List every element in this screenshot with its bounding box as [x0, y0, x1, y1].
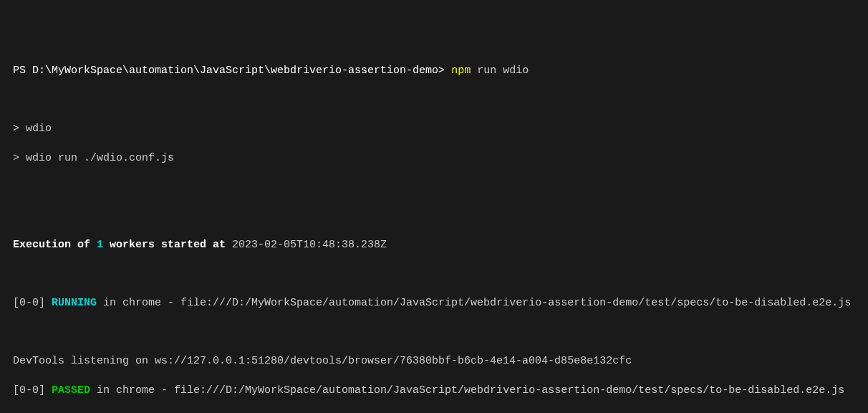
ps-label: PS — [13, 65, 32, 77]
worker-running: [0-0] RUNNING in chrome - file:///D:/MyW… — [13, 296, 855, 310]
blank-line — [13, 180, 855, 194]
worker-id: [0-0] — [13, 384, 52, 397]
worker-id: [0-0] — [13, 297, 52, 309]
execution-header: Execution of 1 workers started at 2023-0… — [13, 238, 855, 252]
passed-file: in chrome - file:///D:/MyWorkSpace/autom… — [90, 384, 844, 397]
devtools-listening: DevTools listening on ws://127.0.0.1:512… — [13, 354, 855, 369]
cwd-path: D:\MyWorkSpace\automation\JavaScript\web… — [32, 65, 451, 77]
running-status: RUNNING — [52, 297, 97, 309]
cmd-npm: npm — [451, 65, 471, 77]
worker-passed: [0-0] PASSED in chrome - file:///D:/MyWo… — [13, 384, 855, 398]
blank-line — [13, 93, 855, 108]
script-echo-1: > wdio — [13, 122, 855, 136]
blank-line — [13, 209, 855, 224]
script-echo-2: > wdio run ./wdio.conf.js — [13, 151, 855, 166]
exec-pre: Execution of — [13, 239, 97, 251]
cmd-args: run wdio — [471, 65, 529, 77]
blank-line — [13, 267, 855, 282]
running-file: in chrome - file:///D:/MyWorkSpace/autom… — [97, 297, 851, 309]
blank-line — [13, 326, 855, 340]
exec-count: 1 — [97, 239, 103, 251]
prompt-line-1[interactable]: PS D:\MyWorkSpace\automation\JavaScript\… — [13, 64, 855, 78]
passed-status: PASSED — [52, 384, 90, 397]
exec-timestamp: 2023-02-05T10:48:38.238Z — [232, 239, 387, 251]
exec-mid: workers started at — [103, 239, 232, 251]
